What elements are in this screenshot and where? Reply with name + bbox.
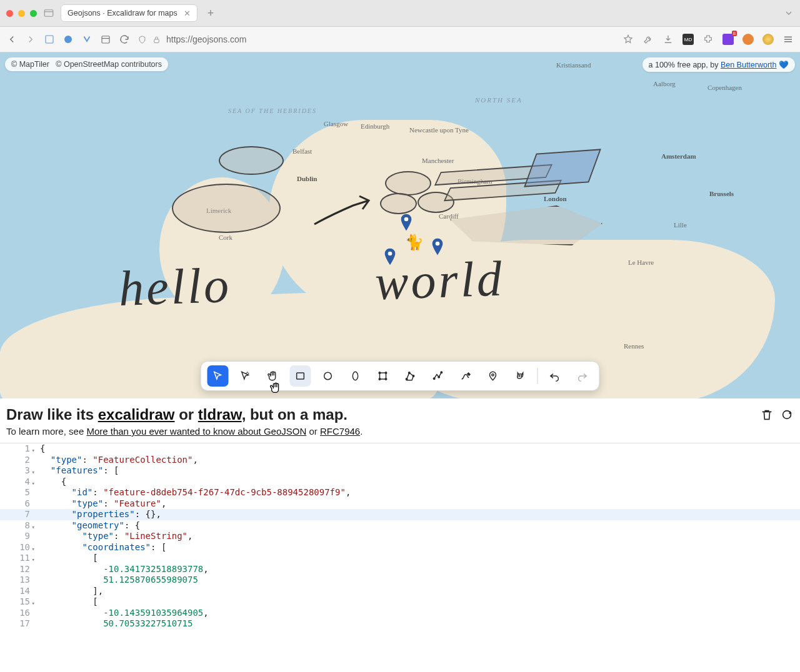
- map-sea-label: NORTH SEA: [475, 96, 522, 104]
- cat-emoji-icon[interactable]: 🐈: [405, 234, 424, 251]
- trash-icon[interactable]: [760, 408, 774, 422]
- extension-md-icon[interactable]: MD: [682, 34, 694, 45]
- svg-point-18: [433, 378, 435, 380]
- undo-button[interactable]: [544, 365, 566, 387]
- polygon-tool[interactable]: [372, 365, 394, 387]
- cat-tool[interactable]: [510, 365, 531, 387]
- editor-line[interactable]: 8▾ "geometry": {: [0, 520, 800, 531]
- browser-toolbar: https://geojsons.com MD 8: [0, 27, 800, 52]
- credit-badge: a 100% free app, by Ben Butterworth 💙: [642, 57, 795, 72]
- heading-row: Draw like its excalidraw or tldraw, but …: [0, 398, 800, 425]
- editor-line[interactable]: 12 -10.341732518893778,: [0, 564, 800, 575]
- editor-line[interactable]: 1▾{: [0, 443, 800, 455]
- close-window-button[interactable]: [6, 10, 13, 17]
- refresh-icon[interactable]: [780, 408, 794, 422]
- svg-point-21: [492, 374, 494, 376]
- editor-line[interactable]: 13 51.125870655989075: [0, 575, 800, 586]
- new-tab-button[interactable]: +: [204, 7, 218, 20]
- circle-tool[interactable]: [318, 365, 339, 387]
- subtitle: To learn more, see More than you ever wa…: [0, 425, 800, 443]
- sparkle-tool[interactable]: [235, 365, 256, 387]
- svg-rect-3: [102, 36, 109, 43]
- hand-tool[interactable]: [262, 365, 284, 387]
- geojson-article-link[interactable]: More than you ever wanted to know about …: [86, 426, 306, 437]
- ellipse-tool[interactable]: [345, 365, 366, 387]
- map-pin-icon[interactable]: [400, 214, 412, 231]
- shield-icon: [138, 35, 147, 44]
- polyline-tool[interactable]: [428, 365, 449, 387]
- redo-button[interactable]: [572, 365, 593, 387]
- excalidraw-link[interactable]: excalidraw: [98, 406, 175, 423]
- reload-button[interactable]: [119, 34, 130, 45]
- attrib-osm[interactable]: © OpenStreetMap contributors: [56, 60, 162, 69]
- svg-point-12: [385, 372, 387, 374]
- handwritten-text[interactable]: hello: [118, 257, 232, 317]
- parallelogram-shape[interactable]: [524, 149, 601, 187]
- tldraw-link[interactable]: tldraw: [198, 406, 242, 423]
- star-icon[interactable]: [622, 34, 634, 45]
- address-bar[interactable]: https://geojsons.com: [138, 31, 488, 48]
- rectangle-tool[interactable]: [290, 365, 311, 387]
- v-icon[interactable]: [81, 34, 92, 45]
- editor-line[interactable]: 17 50.70533227510715: [0, 618, 800, 630]
- back-button[interactable]: [6, 34, 18, 45]
- close-tab-icon[interactable]: ✕: [184, 9, 191, 18]
- map-label: Lille: [674, 221, 687, 229]
- tabs-dropdown-icon[interactable]: [784, 8, 794, 18]
- editor-line[interactable]: 9 "type": "LineString",: [0, 531, 800, 542]
- svg-point-2: [64, 36, 72, 43]
- wrench-icon[interactable]: [642, 34, 654, 45]
- svg-rect-0: [44, 10, 53, 17]
- ellipse-shape[interactable]: [380, 193, 417, 214]
- select-tool[interactable]: [208, 365, 229, 387]
- svg-point-5: [404, 217, 409, 222]
- arrow-shape[interactable]: [309, 193, 378, 230]
- credit-author-link[interactable]: Ben Butterworth: [721, 61, 777, 69]
- extension-gold-icon[interactable]: [762, 34, 774, 45]
- minimize-window-button[interactable]: [18, 10, 25, 17]
- forward-button[interactable]: [25, 34, 36, 45]
- editor-line[interactable]: 11▾ [: [0, 553, 800, 564]
- map-label: London: [544, 195, 567, 202]
- editor-line[interactable]: 3▾ "features": [: [0, 465, 800, 477]
- attrib-maptiler[interactable]: © MapTiler: [11, 60, 49, 69]
- map-sea-label: SEA OF THE HEBRIDES: [228, 107, 317, 114]
- svg-point-19: [438, 376, 440, 378]
- ellipse-shape[interactable]: [172, 184, 281, 233]
- calendar-icon[interactable]: [100, 34, 111, 45]
- draw-tool[interactable]: [455, 365, 476, 387]
- pin-tool[interactable]: [482, 365, 504, 387]
- ellipse-shape[interactable]: [385, 171, 431, 195]
- cycle-icon[interactable]: [62, 34, 74, 45]
- tab-overview-icon[interactable]: [43, 7, 54, 19]
- editor-line[interactable]: 15▾ [: [0, 596, 800, 608]
- editor-line[interactable]: 4▾ {: [0, 477, 800, 488]
- page-title: Draw like its excalidraw or tldraw, but …: [6, 406, 348, 423]
- download-icon[interactable]: [662, 34, 674, 45]
- extension-orange-icon[interactable]: [742, 34, 754, 45]
- fullscreen-window-button[interactable]: [30, 10, 37, 17]
- svg-point-23: [521, 375, 522, 376]
- rfc-link[interactable]: RFC7946: [320, 426, 360, 437]
- editor-line[interactable]: 14 ],: [0, 586, 800, 597]
- bookmark-icon[interactable]: [44, 34, 55, 45]
- editor-line[interactable]: 5 "id": "feature-d8deb754-f267-47dc-9cb5…: [0, 487, 800, 498]
- editor-line[interactable]: 6 "type": "Feature",: [0, 498, 800, 510]
- menu-icon[interactable]: [782, 34, 794, 45]
- handwritten-text[interactable]: world: [374, 250, 505, 311]
- extension-puzzle-icon[interactable]: [702, 34, 714, 45]
- editor-line[interactable]: 10▾ "coordinates": [: [0, 542, 800, 553]
- editor-line[interactable]: 7 "properties": {},: [0, 509, 800, 520]
- window-titlebar: Geojsons · Excalidraw for maps ✕ +: [0, 0, 800, 27]
- extension-purple-icon[interactable]: 8: [722, 34, 734, 45]
- map-canvas[interactable]: © MapTiler © OpenStreetMap contributors …: [0, 52, 800, 398]
- svg-rect-4: [154, 39, 159, 42]
- editor-line[interactable]: 2 "type": "FeatureCollection",: [0, 455, 800, 466]
- editor-line[interactable]: 16 -10.143591035964905,: [0, 608, 800, 619]
- ellipse-shape[interactable]: [219, 146, 284, 175]
- svg-point-15: [406, 378, 408, 380]
- edit-polygon-tool[interactable]: [400, 365, 421, 387]
- browser-tab[interactable]: Geojsons · Excalidraw for maps ✕: [61, 4, 198, 22]
- svg-point-10: [352, 372, 358, 380]
- code-editor[interactable]: 1▾{2 "type": "FeatureCollection",3▾ "fea…: [0, 443, 800, 672]
